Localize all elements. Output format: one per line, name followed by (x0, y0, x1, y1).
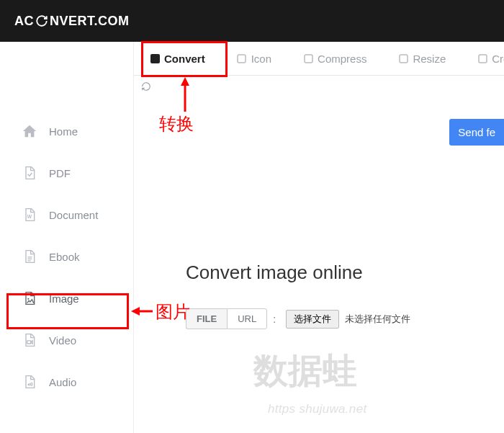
square-outline-icon (477, 53, 487, 63)
audio-file-icon (22, 374, 37, 390)
choose-file-button[interactable]: 选择文件 (286, 310, 339, 329)
sidebar-item-video[interactable]: Video (0, 319, 133, 361)
tab-label: Crop (492, 53, 504, 65)
svg-text:W: W (27, 214, 32, 219)
no-file-label: 未选择任何文件 (345, 313, 410, 326)
svg-rect-6 (400, 55, 408, 63)
sidebar-item-label: Document (49, 209, 98, 221)
page-title: Convert image online (186, 262, 504, 284)
svg-rect-5 (305, 55, 312, 63)
sidebar-item-home[interactable]: Home (0, 110, 133, 152)
sidebar-item-image[interactable]: Image (0, 277, 133, 319)
square-outline-icon (303, 53, 313, 63)
sidebar-item-label: Home (49, 125, 78, 138)
sidebar-item-ebook[interactable]: Ebook (0, 236, 133, 277)
svg-rect-4 (238, 55, 246, 63)
refresh-circle-icon (35, 14, 48, 27)
source-file-toggle[interactable]: FILE (186, 308, 227, 329)
tab-bar: Convert Icon Compress Resize Crop (134, 42, 504, 76)
ebook-file-icon (22, 249, 37, 264)
top-bar: AC NVERT.COM (0, 0, 504, 42)
main-panel: Convert Icon Compress Resize Crop Send f… (134, 42, 504, 433)
document-file-icon: W (22, 207, 37, 223)
svg-rect-7 (479, 55, 487, 63)
video-file-icon (22, 332, 37, 348)
tab-label: Convert (164, 53, 205, 65)
square-outline-icon (398, 53, 408, 63)
logo-text-suffix: NVERT.COM (50, 14, 130, 29)
sidebar-item-pdf[interactable]: PDF (0, 152, 133, 194)
tab-convert[interactable]: Convert (134, 42, 221, 75)
sidebar-item-label: PDF (49, 167, 71, 179)
home-icon (22, 123, 37, 139)
svg-rect-3 (150, 54, 160, 63)
tab-icon[interactable]: Icon (221, 42, 287, 75)
tab-resize[interactable]: Resize (382, 42, 462, 75)
refresh-button[interactable] (134, 76, 504, 99)
sidebar-item-label: Ebook (49, 251, 80, 263)
square-outline-icon (237, 53, 247, 63)
colon-separator: : (273, 313, 276, 325)
svg-rect-2 (27, 341, 31, 344)
logo-text-prefix: AC (14, 14, 34, 29)
tab-label: Icon (251, 53, 271, 65)
send-feedback-button[interactable]: Send fe (449, 119, 504, 146)
site-logo[interactable]: AC NVERT.COM (14, 14, 130, 29)
source-url-toggle[interactable]: URL (227, 308, 267, 329)
sidebar: Home PDF W Document Ebook Image Video Au… (0, 42, 134, 433)
square-filled-icon (150, 53, 160, 63)
tab-compress[interactable]: Compress (287, 42, 382, 75)
pdf-file-icon (22, 165, 37, 181)
sidebar-item-label: Audio (49, 376, 76, 388)
tab-crop[interactable]: Crop (462, 42, 504, 75)
upload-row: FILE URL : 选择文件 未选择任何文件 (186, 308, 504, 329)
svg-point-1 (27, 298, 29, 300)
sidebar-item-label: Video (49, 334, 76, 347)
sidebar-item-audio[interactable]: Audio (0, 361, 133, 403)
tab-label: Compress (318, 53, 366, 65)
tab-label: Resize (413, 53, 446, 65)
sidebar-item-label: Image (49, 293, 79, 305)
sidebar-item-document[interactable]: W Document (0, 194, 133, 236)
image-file-icon (22, 290, 37, 306)
